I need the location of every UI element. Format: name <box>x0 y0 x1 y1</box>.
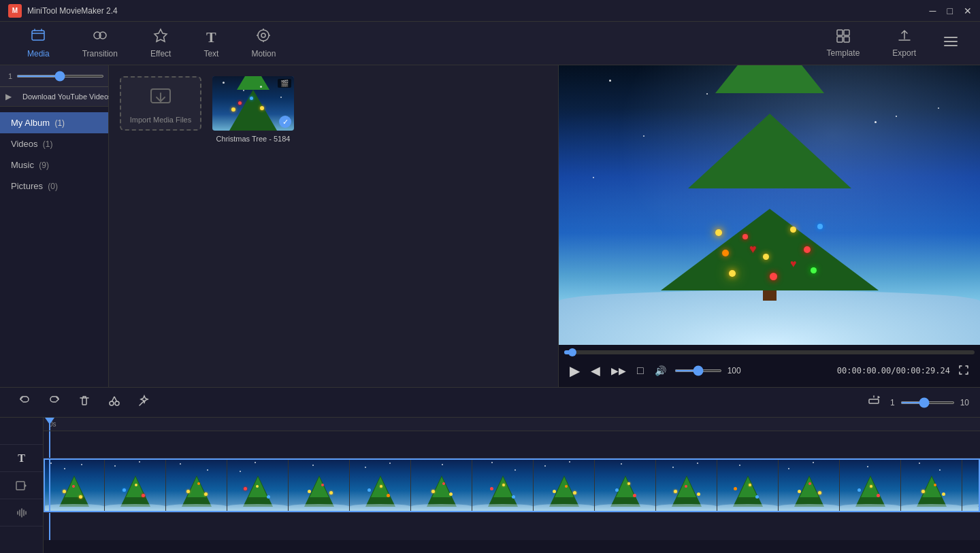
step-back-button[interactable]: ◀ <box>588 361 603 381</box>
video-frame-8 <box>472 458 534 512</box>
app-logo: M <box>8 4 22 18</box>
timeline-toolbar: 1 10 <box>0 388 980 418</box>
toolbar: Media Transition Effect T Text <box>0 22 980 65</box>
video-frame-7 <box>411 458 472 512</box>
playhead[interactable] <box>49 418 50 431</box>
pictures-label: Pictures <box>11 181 43 191</box>
main-content: 1 100 ▶ Download YouTube Videos My Album… <box>0 65 980 387</box>
import-label: Import Media Files <box>130 116 191 124</box>
undo-button[interactable] <box>11 390 38 415</box>
import-media-button[interactable]: Import Media Files <box>120 76 201 131</box>
selected-check: ✓ <box>279 116 291 128</box>
volume-slider[interactable] <box>674 369 722 372</box>
svg-rect-26 <box>16 482 24 490</box>
import-icon <box>148 84 173 113</box>
zoom-slider-timeline[interactable] <box>900 401 955 404</box>
progress-track[interactable] <box>564 350 975 354</box>
title-bar-left: M MiniTool MovieMaker 2.4 <box>8 4 118 18</box>
video-frames <box>44 458 980 512</box>
zoom-max: 10 <box>960 398 969 407</box>
zoom-min: 1 <box>890 398 895 407</box>
sidebar-item-videos[interactable]: Videos (1) <box>0 133 108 154</box>
motion-label: Motion <box>251 49 276 58</box>
music-count: (9) <box>37 161 49 170</box>
svg-rect-13 <box>844 37 849 42</box>
preview-panel: ★ ♥ ♥ <box>558 65 980 387</box>
media-files-area: Import Media Files <box>109 65 558 387</box>
timeline-section: 1 10 T <box>0 387 980 553</box>
add-track-button[interactable] <box>860 390 887 414</box>
video-frame-15 <box>901 458 962 512</box>
timeline-ruler: 0s <box>44 418 980 431</box>
video-badge: 🎬 <box>278 79 291 88</box>
svg-rect-0 <box>32 31 44 40</box>
sidebar-item-my-album[interactable]: My Album (1) <box>0 112 108 133</box>
toolbar-item-effect[interactable]: Effect <box>134 22 187 64</box>
hamburger-menu-button[interactable] <box>932 31 969 56</box>
minimize-button[interactable]: ─ <box>930 5 936 16</box>
svg-rect-24 <box>869 399 879 403</box>
video-track-label <box>0 472 43 499</box>
transition-label: Transition <box>82 49 118 58</box>
media-thumbnail-christmas-tree[interactable]: 🎬 ✓ Christmas Tree - 5184 <box>212 76 294 143</box>
redo-button[interactable] <box>41 390 68 415</box>
preview-video: ★ ♥ ♥ <box>559 65 980 345</box>
volume-button[interactable]: 🔊 <box>652 363 669 379</box>
toolbar-item-motion[interactable]: Motion <box>235 22 292 64</box>
video-frame-12 <box>717 458 779 512</box>
svg-line-23 <box>140 401 144 405</box>
toolbar-item-media[interactable]: Media <box>11 22 66 64</box>
zoom-slider[interactable] <box>16 75 104 78</box>
svg-point-5 <box>261 33 265 37</box>
playhead-triangle <box>45 418 54 424</box>
svg-line-22 <box>114 397 117 402</box>
sidebar-item-music[interactable]: Music (9) <box>0 154 108 175</box>
video-frame-16 <box>962 458 980 512</box>
my-album-label: My Album <box>11 118 50 128</box>
pictures-count: (0) <box>46 182 58 191</box>
title-bar-controls: ─ □ ✕ <box>930 5 972 16</box>
text-track-label: T <box>0 445 43 472</box>
close-button[interactable]: ✕ <box>964 5 972 16</box>
text-label: Text <box>203 49 218 58</box>
zoom-slider-container: 1 100 <box>8 72 125 80</box>
step-forward-button[interactable]: ▶▶ <box>608 363 629 379</box>
sidebar-item-pictures[interactable]: Pictures (0) <box>0 175 108 197</box>
download-bar: ▶ Download YouTube Videos <box>0 87 108 107</box>
zoom-min-label: 1 <box>8 72 12 80</box>
effect-label: Effect <box>150 49 171 58</box>
magic-button[interactable] <box>131 390 158 415</box>
ruler-label <box>0 418 43 445</box>
delete-button[interactable] <box>71 390 98 415</box>
time-display: 00:00:00.00/00:00:29.24 <box>837 366 950 375</box>
audio-track <box>44 513 980 540</box>
video-track[interactable] <box>44 458 980 513</box>
download-youtube-button[interactable]: Download YouTube Videos <box>16 90 119 103</box>
videos-label: Videos <box>11 139 38 149</box>
video-frame-11 <box>656 458 717 512</box>
music-label: Music <box>11 160 34 170</box>
timeline-body: T 0s <box>0 418 980 553</box>
export-icon <box>897 29 912 46</box>
video-frame-2 <box>105 458 166 512</box>
playhead-video <box>49 458 50 512</box>
progress-handle[interactable] <box>568 348 576 356</box>
maximize-button[interactable]: □ <box>947 5 953 16</box>
volume-value: 100 <box>728 366 747 375</box>
my-album-count: (1) <box>52 118 65 128</box>
timeline-tracks: 0s <box>44 418 980 553</box>
fullscreen-button[interactable] <box>956 362 972 380</box>
toolbar-item-export[interactable]: Export <box>876 23 932 63</box>
toolbar-item-template[interactable]: Template <box>811 23 877 63</box>
preview-progress-bar[interactable] <box>559 345 980 354</box>
preview-image: ★ ♥ ♥ <box>559 65 980 345</box>
media-label: Media <box>27 49 50 58</box>
toolbar-item-transition[interactable]: Transition <box>66 22 134 64</box>
play-button[interactable]: ▶ <box>567 360 583 382</box>
stop-button[interactable]: □ <box>634 362 647 380</box>
youtube-icon: ▶ <box>5 92 12 101</box>
toolbar-item-text[interactable]: T Text <box>187 23 235 64</box>
text-icon: T <box>206 29 216 46</box>
cut-button[interactable] <box>101 390 128 415</box>
video-frame-6 <box>350 458 411 512</box>
